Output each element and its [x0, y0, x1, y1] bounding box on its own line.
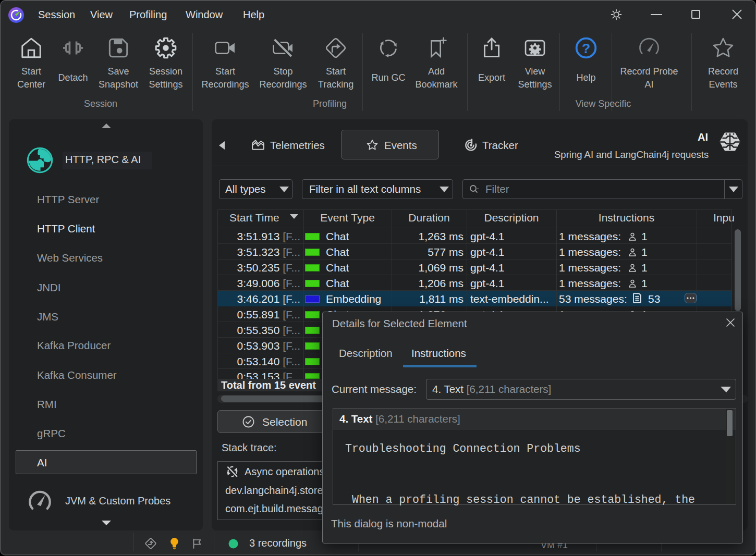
svg-text:?: ?	[582, 41, 590, 56]
